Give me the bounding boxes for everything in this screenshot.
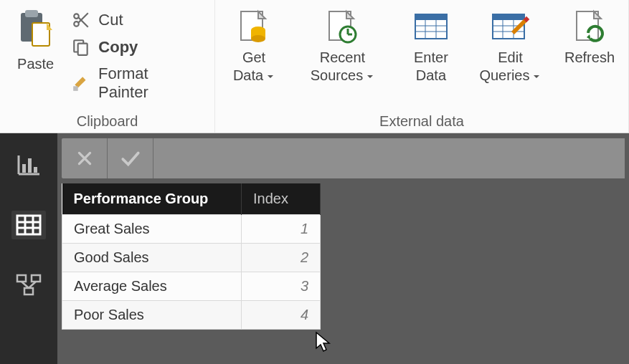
table-row[interactable]: Good Sales 2 xyxy=(62,244,321,272)
cell-group[interactable]: Good Sales xyxy=(62,244,242,272)
svg-rect-19 xyxy=(415,14,447,20)
recent-sources-label: Recent Sources xyxy=(297,49,388,85)
table-row[interactable]: Average Sales 3 xyxy=(62,272,321,301)
cell-index[interactable]: 4 xyxy=(242,301,321,330)
recent-sources-icon xyxy=(321,7,364,47)
data-view-button[interactable] xyxy=(11,211,46,239)
cancel-formula-button[interactable] xyxy=(62,138,108,178)
external-data-group-label: External data xyxy=(225,110,618,130)
edit-queries-label: Edit Queries xyxy=(474,49,547,85)
commit-formula-button[interactable] xyxy=(108,138,153,178)
copy-button[interactable]: Copy xyxy=(68,36,204,59)
svg-rect-37 xyxy=(17,216,40,234)
check-icon xyxy=(120,149,141,168)
paste-icon xyxy=(18,9,54,53)
svg-rect-43 xyxy=(32,275,40,282)
get-data-label: Get Data xyxy=(225,49,283,85)
svg-rect-8 xyxy=(78,44,88,55)
cell-group[interactable]: Average Sales xyxy=(62,272,242,301)
cell-index[interactable]: 1 xyxy=(242,215,321,244)
edit-queries-icon xyxy=(488,7,531,47)
format-painter-button[interactable]: Format Painter xyxy=(68,63,204,103)
chevron-down-icon xyxy=(366,67,374,85)
format-painter-label: Format Painter xyxy=(98,64,202,102)
col-header-performance-group[interactable]: Performance Group xyxy=(62,183,242,215)
get-data-icon xyxy=(232,7,275,47)
svg-rect-35 xyxy=(28,158,32,173)
cell-index[interactable]: 3 xyxy=(242,272,321,301)
svg-rect-1 xyxy=(25,10,38,17)
svg-point-13 xyxy=(251,35,265,42)
bar-chart-icon xyxy=(16,154,41,176)
cell-index[interactable]: 2 xyxy=(242,244,321,272)
enter-data-button[interactable]: Enter Data xyxy=(402,7,460,85)
enter-data-label: Enter Data xyxy=(402,49,460,85)
formula-input[interactable] xyxy=(153,138,625,178)
svg-rect-34 xyxy=(22,164,26,173)
recent-sources-button[interactable]: Recent Sources xyxy=(297,7,388,85)
svg-rect-36 xyxy=(34,167,37,173)
formula-bar xyxy=(57,133,629,183)
copy-label: Copy xyxy=(98,38,138,57)
svg-rect-25 xyxy=(493,14,524,20)
ribbon-group-external-data: Get Data Recent Sources xyxy=(215,0,629,133)
relationship-icon xyxy=(16,274,42,297)
data-table: Performance Group Index Great Sales 1 Go… xyxy=(62,183,321,330)
svg-rect-44 xyxy=(24,288,33,294)
edit-queries-button[interactable]: Edit Queries xyxy=(474,7,547,85)
scissors-icon xyxy=(71,10,91,30)
clipboard-group-label: Clipboard xyxy=(10,110,204,130)
cell-group[interactable]: Great Sales xyxy=(62,215,242,244)
chevron-down-icon xyxy=(266,67,275,85)
view-nav xyxy=(0,133,57,364)
format-painter-icon xyxy=(71,73,91,93)
table-row[interactable]: Poor Sales 4 xyxy=(62,301,321,330)
refresh-label: Refresh xyxy=(564,49,615,67)
copy-icon xyxy=(71,37,91,57)
cut-button[interactable]: Cut xyxy=(68,9,204,32)
refresh-button[interactable]: Refresh xyxy=(561,7,618,67)
svg-rect-9 xyxy=(73,86,78,91)
paste-button[interactable]: Paste xyxy=(10,4,61,72)
model-view-button[interactable] xyxy=(11,271,46,300)
work-area: Performance Group Index Great Sales 1 Go… xyxy=(0,133,629,364)
svg-line-45 xyxy=(22,282,29,288)
cell-group[interactable]: Poor Sales xyxy=(62,301,242,330)
col-header-index[interactable]: Index xyxy=(242,183,321,215)
get-data-button[interactable]: Get Data xyxy=(225,7,283,85)
chevron-down-icon xyxy=(532,67,541,85)
close-icon xyxy=(75,149,94,168)
report-view-button[interactable] xyxy=(11,150,46,179)
enter-data-icon xyxy=(410,7,453,47)
svg-rect-42 xyxy=(17,275,26,282)
refresh-icon xyxy=(568,7,611,47)
table-header-row: Performance Group Index xyxy=(62,183,321,215)
paste-label: Paste xyxy=(17,56,54,72)
svg-line-46 xyxy=(29,282,36,288)
table-row[interactable]: Great Sales 1 xyxy=(62,215,321,244)
cut-label: Cut xyxy=(98,11,123,29)
ribbon: Paste Cut xyxy=(0,0,629,133)
ribbon-group-clipboard: Paste Cut xyxy=(0,0,215,133)
table-icon xyxy=(16,214,42,236)
